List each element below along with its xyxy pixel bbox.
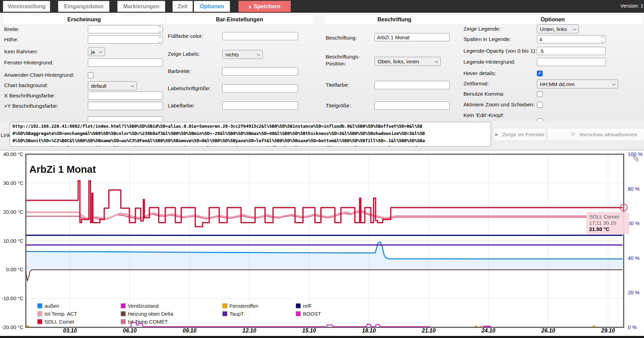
y-right-tick-label: 80 %: [628, 186, 640, 192]
section-title-optionen: Optionen: [463, 15, 643, 24]
fuellfarbe-input[interactable]: [222, 32, 298, 40]
spinner-icon[interactable]: [599, 35, 605, 43]
chevron-down-icon: [257, 52, 260, 56]
tab-eingangsdaten[interactable]: Eingangsdaten: [58, 1, 110, 12]
x-tick-label: 18.10: [362, 328, 376, 334]
label-titelfarbe: Titelfarbe:: [326, 82, 349, 88]
chart-background-select[interactable]: default: [88, 81, 137, 90]
label-legende-hintergrund: Legende-Hintergrund:: [463, 59, 515, 65]
x-tick-label: 15.10: [302, 328, 316, 334]
hover-tooltip: SOLL Comet 17:11 30.10 21.50 °C: [586, 212, 629, 234]
tooltip-series: SOLL Comet: [589, 214, 626, 220]
label-hover-details: Hover details:: [463, 70, 496, 77]
section-title-erscheinung: Erscheinung: [3, 15, 165, 24]
chevron-down-icon: [99, 50, 103, 53]
aktiviere-zoom-checkbox[interactable]: [537, 102, 543, 108]
y-beschriftungsfarbe-input[interactable]: [88, 102, 163, 110]
y-right-tick-label: 60 %: [628, 220, 640, 226]
labelfarbe-input[interactable]: [222, 102, 298, 110]
tab-bar: Voreinstellung Eingangsdaten Markierunge…: [0, 0, 644, 13]
label-chart-background: Chart background:: [4, 82, 48, 89]
label-legende-opacity: Legende-Opacity (von 0 bis 1):: [463, 47, 536, 54]
hover-details-checkbox[interactable]: ✓: [537, 71, 543, 76]
tab-voreinstellung[interactable]: Voreinstellung: [3, 1, 50, 12]
show-in-window-button[interactable]: ► Zeige im Fenster: [493, 128, 546, 141]
label-kein-edit-knopf: Kein 'Edit'-Knopf:: [463, 112, 504, 119]
barbreite-input[interactable]: [222, 67, 298, 75]
label-benutze-komma: Benutze Komma:: [463, 91, 504, 97]
refresh-icon: ⟳: [571, 131, 576, 138]
label-fuellfarbe: Füllfarbe color:: [168, 33, 203, 40]
spalten-in-legende-input[interactable]: [537, 35, 606, 43]
breite-input[interactable]: [88, 25, 163, 33]
y-left-tick-label: 30.00 °C: [3, 180, 23, 186]
section-title-beschriftung: Beschriftung: [325, 15, 464, 24]
label-x-beschriftungsfarbe: X Beschriftungsfarbe:: [4, 92, 55, 99]
bottom-strip: [0, 336, 644, 338]
link-url-textarea[interactable]: http://192.168.220.41:8082/flot/index.ht…: [10, 122, 491, 147]
version-label: Version: 1: [620, 3, 643, 9]
chevron-down-icon: [573, 27, 576, 30]
hoehe-input[interactable]: [88, 35, 163, 44]
y-left-tick-label: -10.00 °C: [1, 295, 23, 301]
spinner-icon[interactable]: [156, 36, 163, 43]
tab-zeit[interactable]: Zeit: [172, 1, 193, 12]
hover-marker-icon: [620, 203, 628, 212]
titelfarbe-input[interactable]: [375, 81, 450, 89]
chart-panel[interactable]: 03.1006.1009.1012.1015.1018.1021.1024.10…: [0, 150, 644, 338]
label-kein-rahmen: Kein Rahmen:: [4, 48, 38, 55]
y-left-tick-label: 20.00 °C: [3, 209, 23, 215]
legende-hintergrund-input[interactable]: [537, 58, 606, 66]
label-labelschriftgroesse: Labelschriftgröße:: [168, 85, 211, 92]
x-tick-label: 09.10: [183, 328, 196, 334]
save-button[interactable]: ⤓ Speichern: [238, 1, 291, 12]
x-tick-label: 03.10: [63, 328, 77, 334]
chart-plot[interactable]: 03.1006.1009.1012.1015.1018.1021.1024.10…: [0, 151, 644, 338]
chevron-down-icon: [435, 59, 438, 63]
labelschriftgroesse-input[interactable]: [222, 84, 298, 93]
beschriftungs-position-select[interactable]: Oben, links, innen: [375, 57, 441, 66]
tooltip-value: 21.50 °C: [589, 226, 626, 232]
beschriftung-input[interactable]: [375, 33, 450, 41]
y-right-tick-label: 20 %: [628, 289, 640, 295]
link-band: Link http://192.168.220.41:8082/flot/ind…: [0, 121, 644, 148]
label-titelgroesse: Titelgröße:: [326, 102, 351, 109]
tooltip-time: 17:11 30.10: [589, 220, 626, 226]
download-icon: ⤓: [249, 3, 251, 9]
legende-opacity-input[interactable]: [537, 47, 606, 55]
label-zeige-legende: Zeige Legende:: [463, 25, 501, 32]
x-tick-label: 21.10: [421, 328, 436, 334]
label-breite: Breite:: [4, 26, 20, 33]
label-labelfarbe: Labelfarbe:: [168, 102, 195, 109]
tab-markierungen[interactable]: Markierungen: [117, 1, 165, 12]
spinner-icon[interactable]: [156, 25, 163, 33]
fenster-hintergrund-input[interactable]: [88, 59, 163, 67]
x-tick-label: 24.10: [481, 328, 495, 334]
y-right-tick-label: 0 %: [628, 324, 637, 330]
label-aktiviere-zoom: Aktiviere Zoom und Schieben:: [463, 101, 535, 108]
edit-pencil-icon[interactable]: ✎: [631, 153, 641, 165]
url-line: 0%5D%5Baggregate%5D=onchange&l%5B0%5D%5B…: [12, 130, 488, 137]
refresh-preview-button[interactable]: ⟳ Vorschau aktualisieren: [547, 128, 644, 141]
label-y-beschriftungsfarbe: >Y Beschriftungsfarbe:: [4, 103, 58, 109]
label-spalten-in-legende: Spalten in Legende:: [463, 36, 511, 43]
zeige-legende-select[interactable]: Unten, links: [537, 24, 579, 33]
url-line: http://192.168.220.41:8082/flot/index.ht…: [12, 123, 488, 130]
zeige-labels-select[interactable]: nichts: [222, 50, 263, 59]
label-zeitformat: Zeitformat:: [463, 80, 489, 87]
url-line: 0%5D%5Bunit%5D=%C2%B0C&l%5B0%5D%5Bname%5…: [12, 137, 488, 144]
x-beschriftungsfarbe-input[interactable]: [88, 92, 163, 100]
x-tick-label: 06.10: [123, 328, 137, 334]
link-label: Link: [1, 132, 10, 138]
titelgroesse-input[interactable]: [375, 102, 450, 110]
kein-rahmen-select[interactable]: ja: [88, 47, 105, 56]
label-beschriftungs-position: Beschriftungs-Position:: [326, 53, 374, 67]
url-line: ggregate%5D=onchange&l%5B1%5D%5Bid%5D=al…: [12, 144, 488, 147]
benutze-komma-checkbox[interactable]: [537, 91, 543, 97]
anwender-chart-hintergrund-checkbox[interactable]: [88, 72, 94, 78]
zeitformat-select[interactable]: HH:MM dd.mm: [537, 80, 618, 88]
tab-optionen[interactable]: Optionen: [194, 1, 230, 12]
chevron-down-icon: [131, 84, 134, 87]
label-anwender-chart-hintergrund: Anwender-Chart-Hintergrund:: [4, 72, 74, 78]
x-tick-label: 26.10: [541, 328, 555, 334]
